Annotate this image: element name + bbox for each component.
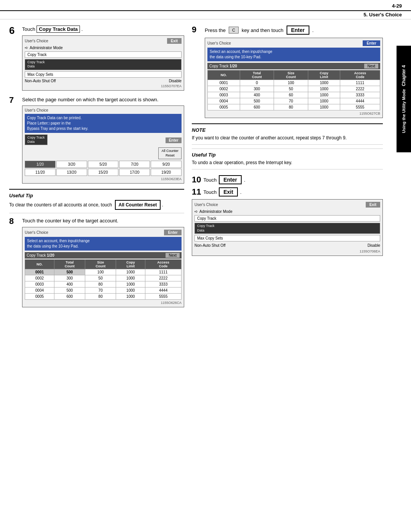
- enter-btn-ref[interactable]: Enter: [287, 26, 309, 35]
- table-row[interactable]: 0001010010001111: [208, 80, 380, 86]
- table-row[interactable]: 00045007010004444: [25, 287, 182, 293]
- page-cell-10[interactable]: 19/20: [151, 169, 182, 176]
- left-column: 6 Touch Copy Track Data . User's Choice …: [9, 26, 184, 313]
- nonauto-label: Non-Auto Shut Off: [25, 79, 56, 83]
- screen-9-table: NO. TotalCount SizeCount CopyLimit Acces…: [207, 70, 380, 110]
- screen-11-copy-track[interactable]: Copy Track: [194, 215, 380, 222]
- tip-1-text-pre: To clear the counters of all accounts at…: [9, 202, 112, 208]
- col-copy-9: CopyLimit: [308, 70, 340, 80]
- note-box: NOTE If you want to clear the counter of…: [192, 123, 383, 145]
- page-cell-7[interactable]: 13/20: [56, 169, 87, 176]
- track-9-label: Copy Track 1/20: [209, 64, 237, 68]
- page-cell-5[interactable]: 9/20: [151, 161, 182, 168]
- step-9-number: 9: [192, 26, 201, 34]
- step-7-block: 7 Select the page number on which the ta…: [9, 96, 184, 184]
- screen-11-exit-btn[interactable]: Exit: [366, 202, 380, 208]
- page-cell-4[interactable]: 7/20: [119, 161, 150, 168]
- step-11-row: 11 Touch Exit .: [192, 187, 383, 197]
- step-8-block: 8 Touch the counter key of the target ac…: [9, 217, 184, 307]
- step-7-instruction: Select the page number on which the targ…: [22, 96, 184, 104]
- table-row[interactable]: 00023005010002222: [208, 86, 380, 92]
- step-11-exit-btn[interactable]: Exit: [219, 187, 238, 197]
- section-title: 5. User's Choice: [363, 12, 402, 18]
- note-text: If you want to clear the counter of anot…: [192, 134, 383, 141]
- table-row[interactable]: 00045007010004444: [208, 98, 380, 104]
- screen-item-copy-track-data-selected[interactable]: Copy TrackData: [25, 59, 182, 70]
- screen-8-banner: Select an account, then input/changethe …: [25, 237, 182, 251]
- table-row[interactable]: 0001 500 10010001111: [25, 269, 182, 275]
- tip-1-box: Useful Tip To clear the counters of all …: [9, 189, 184, 213]
- tip-2-text: To undo a clear operation, press the Int…: [192, 159, 383, 166]
- screen-11-ref: 1155O706EA: [194, 249, 380, 253]
- col-no: NO.: [25, 259, 54, 269]
- track-8-header: Copy Track 1/20 Next: [25, 252, 182, 259]
- step-6-block: 6 Touch Copy Track Data . User's Choice …: [9, 26, 184, 91]
- screen-8-ref: 1155O626CA: [25, 301, 182, 305]
- col-copy: CopyLimit: [116, 259, 145, 269]
- page-cell-1[interactable]: 1/20: [25, 161, 56, 168]
- screen-8-title: User's Choice: [25, 230, 48, 235]
- screen-7-ref: 1155O623EA: [25, 177, 182, 181]
- page-cell-8[interactable]: 15/20: [88, 169, 119, 176]
- col-size: SizeCount: [85, 259, 116, 269]
- admin-text-6: Administrator Mode: [30, 46, 63, 50]
- track-9-next[interactable]: Next: [364, 64, 378, 69]
- page-cell-3[interactable]: 5/20: [88, 161, 119, 168]
- all-counter-reset-btn[interactable]: All CounterReset: [158, 147, 182, 159]
- page-number: 4-29: [392, 3, 402, 9]
- page-cell-2[interactable]: 3/20: [56, 161, 87, 168]
- step-9-instruction: Press the C key and then touch Enter .: [205, 26, 383, 35]
- table-row[interactable]: 00056008010005555: [208, 104, 380, 110]
- screen-11-copy-track-data[interactable]: Copy TrackData: [194, 223, 380, 234]
- step-9-content: Press the C key and then touch Enter . U…: [205, 26, 383, 118]
- step-10-instruction: Touch: [203, 177, 217, 183]
- track-8-label: Copy Track 1/20: [27, 253, 54, 257]
- table-row[interactable]: 00034006010003333: [208, 92, 380, 98]
- nonauto-value-11: Disable: [368, 243, 380, 248]
- screen-7-enter-btn[interactable]: Enter: [166, 137, 182, 143]
- screen-item-copy-track[interactable]: Copy Track: [25, 51, 182, 58]
- step-6-content: Touch Copy Track Data . User's Choice Ex…: [22, 26, 184, 91]
- screen-item-max-copy[interactable]: Max Copy Sets: [25, 71, 182, 78]
- col-total: TotalCount: [54, 259, 85, 269]
- screen-11-mockup: User's Choice Exit ➪ Administrator Mode …: [192, 199, 383, 256]
- screen-9-mockup: User's Choice Enter Select an account, t…: [205, 38, 383, 118]
- screen-9-banner: Select an account, then input/changethe …: [207, 48, 380, 61]
- screen-11-title: User's Choice: [194, 203, 218, 207]
- screen-11-max-copy[interactable]: Max Copy Sets: [194, 235, 380, 241]
- right-column: 9 Press the C key and then touch Enter .…: [192, 26, 402, 313]
- screen-9-ref: 1155O627CB: [207, 112, 380, 115]
- step-8-number: 8: [9, 217, 18, 225]
- screen-7-item-selected[interactable]: Copy TrackData: [25, 134, 48, 145]
- track-8-next[interactable]: Next: [166, 253, 180, 258]
- step-9-block: 9 Press the C key and then touch Enter .…: [192, 26, 383, 118]
- chapter-side-tab: Chapter 4 Using the Utility Mode: [397, 46, 411, 152]
- screen-6-title: User's Choice: [25, 39, 48, 43]
- screen-8-enter-btn[interactable]: Enter: [164, 230, 182, 235]
- c-key[interactable]: C: [229, 27, 239, 34]
- all-counter-reset-reference: All Counter Reset: [115, 200, 161, 210]
- copy-track-data-button[interactable]: Copy Track Data: [37, 26, 80, 33]
- screen-7-title: User's Choice: [25, 108, 48, 112]
- screen-7-banner: Copy Track Data can be printed.Place Let…: [25, 114, 182, 133]
- screen-6-exit-btn[interactable]: Exit: [167, 38, 182, 44]
- page-cell-9[interactable]: 17/20: [119, 169, 150, 176]
- tip-1-title: Useful Tip: [9, 193, 184, 198]
- step-9-post: key and then touch: [242, 27, 284, 33]
- admin-text-11: Administrator Mode: [199, 209, 233, 214]
- step-9-pre: Press the: [205, 27, 226, 33]
- step-6-instruction: Touch Copy Track Data .: [22, 26, 184, 33]
- screen-8-table: NO. TotalCount SizeCount CopyLimit Acces…: [25, 259, 182, 300]
- step-11-number: 11: [192, 187, 201, 197]
- chapter-label: Chapter 4: [401, 65, 406, 86]
- screen-9-enter-btn[interactable]: Enter: [363, 40, 380, 46]
- page-cell-6[interactable]: 11/20: [25, 169, 56, 176]
- table-row[interactable]: 00034008010003333: [25, 281, 182, 287]
- step-10-enter-btn[interactable]: Enter: [219, 175, 242, 184]
- col-size-9: SizeCount: [274, 70, 308, 80]
- step-8-content: Touch the counter key of the target acco…: [22, 217, 184, 307]
- screen-6-mockup: User's Choice Exit ➪ Administrator Mode …: [22, 35, 184, 91]
- col-access: AccessCode: [145, 259, 182, 269]
- table-row[interactable]: 00023005010002222: [25, 275, 182, 281]
- table-row[interactable]: 00056008010005555: [25, 293, 182, 299]
